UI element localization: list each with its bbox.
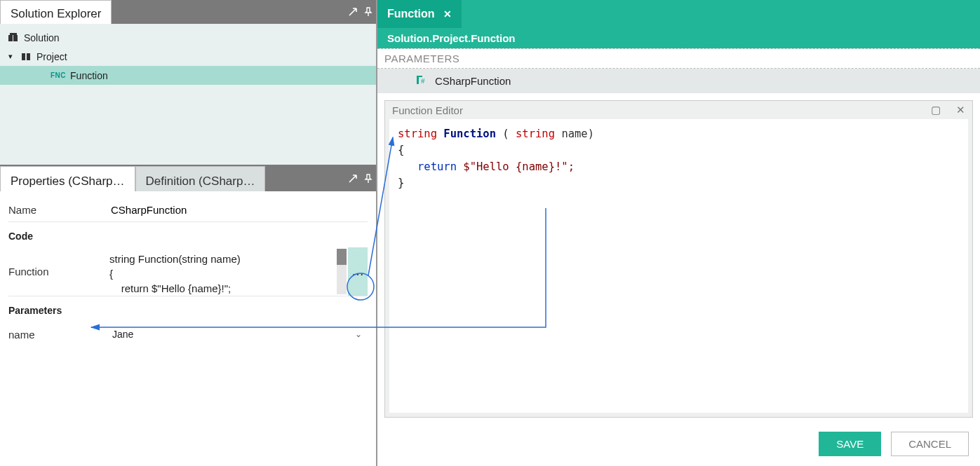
sig-return-type: string bbox=[398, 128, 437, 140]
tab-properties[interactable]: Properties (CSharp… bbox=[0, 166, 135, 191]
ellipsis-icon: … bbox=[351, 264, 364, 279]
svg-rect-4 bbox=[27, 53, 30, 60]
svg-rect-1 bbox=[13, 35, 18, 41]
code-preview-text: string Function(string name) { return $"… bbox=[107, 247, 335, 296]
function-editor: Function Editor ▢ ✕ string Function ( st… bbox=[384, 100, 973, 418]
name-input[interactable] bbox=[107, 201, 368, 219]
tree-item-project[interactable]: ▾ Project bbox=[0, 47, 376, 66]
chevron-down-icon: ⌄ bbox=[355, 329, 362, 339]
code-editor[interactable]: string Function ( string name) { return … bbox=[389, 119, 968, 413]
expand-arrow-icon[interactable]: ▾ bbox=[8, 52, 17, 61]
properties-tabs: Properties (CSharp… Definition (CSharp… bbox=[0, 166, 376, 191]
brace-open: { bbox=[398, 142, 960, 158]
tree-label-solution: Solution bbox=[24, 32, 60, 43]
open-editor-button[interactable]: … bbox=[348, 247, 368, 296]
csharp-function-label: CSharpFunction bbox=[435, 75, 511, 87]
solution-explorer-title: Solution Explorer bbox=[11, 7, 101, 21]
tree-label-function: Function bbox=[70, 70, 108, 81]
tab-definition[interactable]: Definition (CSharp… bbox=[135, 166, 266, 191]
editor-title: Function Editor bbox=[392, 104, 463, 116]
return-expression: $"Hello {name}!"; bbox=[463, 160, 575, 173]
parameters-section-header: Parameters bbox=[8, 296, 368, 322]
project-icon bbox=[21, 52, 32, 62]
code-scrollbar[interactable] bbox=[337, 249, 347, 294]
maximize-icon[interactable]: ▢ bbox=[931, 104, 941, 116]
param-name-value: Jane bbox=[112, 329, 133, 340]
sig-function-name: Function bbox=[443, 128, 496, 140]
tree-label-project: Project bbox=[36, 51, 67, 62]
svg-rect-0 bbox=[8, 35, 13, 41]
solution-explorer-tab[interactable]: Solution Explorer bbox=[0, 0, 112, 24]
pin-icon[interactable] bbox=[361, 166, 376, 191]
return-keyword: return bbox=[417, 160, 457, 173]
svg-text:#: # bbox=[421, 76, 425, 85]
sig-param-name: name) bbox=[561, 128, 594, 140]
svg-rect-2 bbox=[10, 33, 17, 35]
close-icon[interactable]: ✕ bbox=[443, 8, 452, 20]
pin-icon[interactable] bbox=[361, 0, 376, 24]
tab-properties-label: Properties (CSharp… bbox=[11, 174, 125, 189]
solution-icon bbox=[8, 33, 20, 43]
document-tabbar: Function ✕ bbox=[377, 0, 980, 28]
param-name-select[interactable]: Jane ⌄ bbox=[107, 326, 368, 343]
solution-explorer-titlebar: Solution Explorer bbox=[0, 0, 376, 24]
solution-tree: Solution ▾ Project FNC Function bbox=[0, 24, 376, 165]
sig-param-type: string bbox=[516, 128, 555, 140]
tree-item-function[interactable]: FNC Function bbox=[0, 66, 376, 85]
save-label: SAVE bbox=[836, 438, 864, 450]
name-label: Name bbox=[8, 204, 107, 216]
csharp-function-row[interactable]: # CSharpFunction bbox=[377, 69, 980, 93]
tab-definition-label: Definition (CSharp… bbox=[146, 174, 255, 189]
popout-icon[interactable] bbox=[345, 166, 361, 191]
cancel-button[interactable]: CANCEL bbox=[891, 432, 969, 456]
svg-rect-3 bbox=[22, 53, 25, 60]
document-tab-function[interactable]: Function ✕ bbox=[377, 0, 462, 28]
param-name-label: name bbox=[8, 329, 107, 341]
sig-open-paren: ( bbox=[502, 128, 509, 140]
csharp-icon: # bbox=[417, 74, 429, 88]
parameters-bar[interactable]: PARAMETERS bbox=[377, 48, 980, 69]
function-label: Function bbox=[8, 247, 107, 296]
fnc-badge: FNC bbox=[51, 71, 66, 79]
popout-icon[interactable] bbox=[345, 0, 361, 24]
save-button[interactable]: SAVE bbox=[819, 432, 881, 456]
code-section-header: Code bbox=[8, 222, 368, 247]
tree-item-solution[interactable]: Solution bbox=[0, 28, 376, 47]
cancel-label: CANCEL bbox=[908, 438, 951, 450]
document-tab-label: Function bbox=[387, 8, 435, 20]
breadcrumb: Solution.Project.Function bbox=[377, 28, 980, 48]
close-icon[interactable]: ✕ bbox=[956, 104, 965, 116]
brace-close: } bbox=[398, 175, 960, 191]
